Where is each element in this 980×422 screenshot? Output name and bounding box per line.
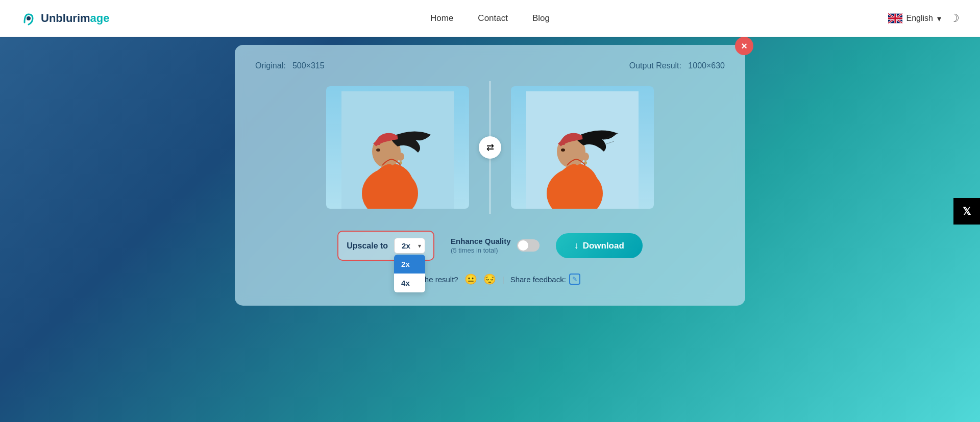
flag-icon (888, 13, 902, 23)
original-label: Original: 500×315 (255, 61, 325, 70)
svg-point-7 (397, 153, 404, 161)
main-nav: Home Contact Blog (430, 13, 550, 23)
output-image (511, 86, 654, 209)
share-feedback: Share feedback: ✎ (510, 274, 580, 285)
svg-point-6 (376, 148, 380, 152)
feedback-divider: | (502, 275, 504, 284)
controls-row: Upscale to 2x 4x ▾ 2x 4x Enhance Quality… (255, 231, 725, 261)
enhance-group: Enhance Quality (5 times in total) (451, 236, 540, 255)
twitter-button[interactable]: 𝕏 (953, 198, 980, 225)
enhance-toggle[interactable] (517, 239, 540, 252)
svg-point-14 (582, 153, 589, 161)
upscale-group: Upscale to 2x 4x ▾ 2x 4x (337, 231, 434, 261)
image-labels: Original: 500×315 Output Result: 1000×63… (255, 61, 725, 70)
language-label: English (906, 14, 933, 23)
dark-mode-button[interactable]: ☽ (949, 12, 960, 25)
header: Unblurimage Home Contact Blog English ▾ … (0, 0, 980, 37)
edit-icon[interactable]: ✎ (569, 274, 580, 285)
header-right: English ▾ ☽ (888, 12, 960, 25)
logo-icon (20, 10, 37, 27)
nav-blog[interactable]: Blog (532, 13, 550, 23)
scale-option-2x[interactable]: 2x (394, 255, 425, 274)
logo[interactable]: Unblurimage (20, 10, 109, 27)
scale-option-4x[interactable]: 4x (394, 274, 425, 292)
upscale-label: Upscale to (347, 241, 388, 251)
download-label: Download (583, 241, 624, 251)
enhance-sub-label: (5 times in total) (451, 246, 511, 255)
emoji-neutral[interactable]: 😐 (464, 273, 477, 285)
image-compare: ⇄ (255, 79, 725, 216)
enhance-label: Enhance Quality (5 times in total) (451, 236, 511, 255)
scale-select-wrapper: 2x 4x ▾ 2x 4x (394, 238, 425, 254)
svg-point-13 (561, 148, 565, 152)
logo-text: Unblurimage (41, 12, 109, 25)
output-label: Output Result: 1000×630 (629, 61, 725, 70)
output-person (511, 86, 654, 209)
original-image (326, 86, 469, 209)
swap-button[interactable]: ⇄ (479, 136, 501, 159)
compare-divider: ⇄ (489, 81, 491, 214)
scale-dropdown: 2x 4x (394, 255, 425, 292)
nav-home[interactable]: Home (430, 13, 453, 23)
language-selector[interactable]: English ▾ (888, 13, 941, 23)
emoji-sad[interactable]: 😔 (483, 273, 496, 285)
feedback-row: How's the result? 😐 😔 | Share feedback: … (255, 273, 725, 285)
svg-point-0 (27, 16, 31, 20)
scale-select[interactable]: 2x 4x (394, 238, 425, 254)
download-icon: ↓ (574, 240, 579, 251)
person-silhouette-left (341, 91, 454, 209)
language-chevron: ▾ (937, 14, 941, 23)
nav-contact[interactable]: Contact (478, 13, 508, 23)
download-button[interactable]: ↓ Download (556, 233, 643, 258)
main-modal: × Original: 500×315 Output Result: 1000×… (235, 45, 745, 306)
close-button[interactable]: × (735, 37, 753, 55)
share-label: Share feedback: (510, 275, 566, 284)
original-person (326, 86, 469, 209)
person-silhouette-right (526, 91, 639, 209)
